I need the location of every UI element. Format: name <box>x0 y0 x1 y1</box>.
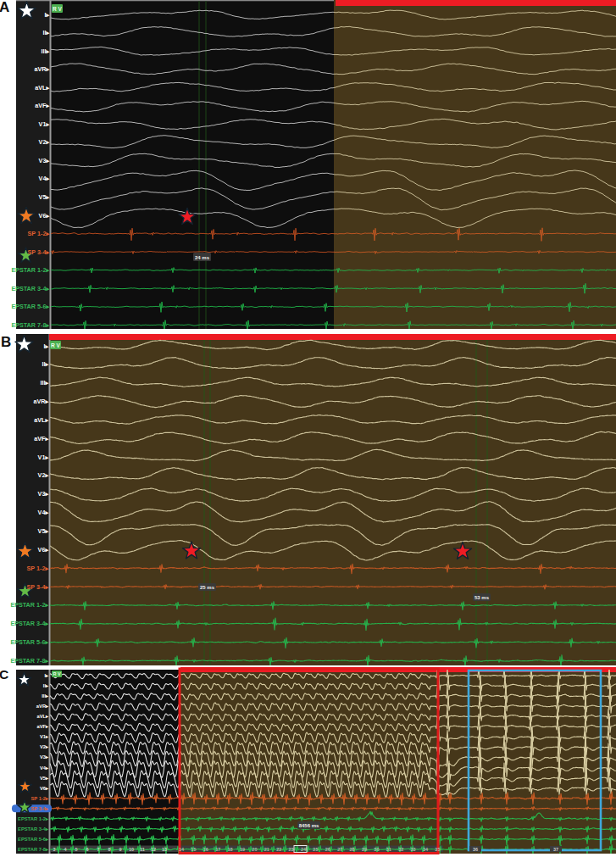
svg-text:V3▸: V3▸ <box>38 490 49 498</box>
svg-text:V3▸: V3▸ <box>40 754 49 760</box>
svg-text:26: 26 <box>325 847 330 852</box>
svg-text:III▸: III▸ <box>41 47 49 55</box>
svg-text:25: 25 <box>313 847 318 852</box>
svg-text:SP 3-4▸: SP 3-4▸ <box>28 248 50 256</box>
svg-text:SP 1-2▸: SP 1-2▸ <box>28 230 50 237</box>
svg-text:V5▸: V5▸ <box>38 527 49 535</box>
svg-text:5: 5 <box>75 847 77 852</box>
svg-text:aVF▸: aVF▸ <box>34 435 48 442</box>
svg-text:aVL▸: aVL▸ <box>34 416 48 424</box>
svg-text:20: 20 <box>252 847 257 852</box>
svg-text:V3▸: V3▸ <box>39 157 50 164</box>
svg-text:A: A <box>0 0 9 15</box>
svg-text:V4▸: V4▸ <box>38 509 49 516</box>
svg-text:18: 18 <box>228 847 233 852</box>
svg-text:aVF▸: aVF▸ <box>36 724 49 729</box>
svg-text:R V: R V <box>53 6 63 12</box>
svg-text:C: C <box>0 667 8 682</box>
svg-text:14: 14 <box>179 847 185 852</box>
svg-text:28: 28 <box>350 847 355 852</box>
svg-text:EPSTAR 1-2▸: EPSTAR 1-2▸ <box>10 601 48 609</box>
svg-text:aVR▸: aVR▸ <box>34 65 49 73</box>
svg-text:EPSTAR 7-8▸: EPSTAR 7-8▸ <box>10 657 48 665</box>
svg-text:10: 10 <box>129 847 134 852</box>
svg-text:21: 21 <box>264 847 269 852</box>
svg-text:53 ms: 53 ms <box>474 595 490 600</box>
svg-text:17: 17 <box>215 847 220 852</box>
svg-text:II▸: II▸ <box>43 683 49 688</box>
svg-text:V4▸: V4▸ <box>39 175 50 182</box>
svg-text:24: 24 <box>301 847 307 852</box>
svg-text:11: 11 <box>140 847 145 852</box>
svg-text:30: 30 <box>374 847 379 852</box>
svg-text:12: 12 <box>151 847 156 852</box>
svg-text:III▸: III▸ <box>40 379 48 387</box>
svg-text:R V: R V <box>51 342 61 348</box>
svg-text:32: 32 <box>398 847 403 852</box>
svg-text:31: 31 <box>386 847 391 852</box>
svg-text:33: 33 <box>411 847 416 852</box>
svg-text:SP 3-4▸: SP 3-4▸ <box>27 583 49 591</box>
svg-text:EPSTAR 3-4▸: EPSTAR 3-4▸ <box>11 285 49 292</box>
svg-text:V5▸: V5▸ <box>40 776 49 781</box>
svg-text:16: 16 <box>203 847 208 852</box>
svg-text:EPSTAR 7-8▸: EPSTAR 7-8▸ <box>11 321 49 329</box>
svg-text:II▸: II▸ <box>42 360 48 368</box>
svg-text:8456 ms: 8456 ms <box>299 823 319 828</box>
svg-text:V1▸: V1▸ <box>38 454 49 461</box>
svg-text:SP 3-4▸: SP 3-4▸ <box>31 806 49 811</box>
svg-text:I▸: I▸ <box>44 11 49 19</box>
svg-text:EPSTAR 3-4▸: EPSTAR 3-4▸ <box>10 620 48 627</box>
svg-text:EPSTAR 5-6▸: EPSTAR 5-6▸ <box>10 638 48 646</box>
svg-text:9: 9 <box>119 847 121 852</box>
svg-text:B: B <box>1 334 11 350</box>
svg-text:III▸: III▸ <box>42 693 49 698</box>
svg-text:29: 29 <box>362 847 367 852</box>
svg-text:EPSTAR 5-6▸: EPSTAR 5-6▸ <box>11 303 49 310</box>
svg-text:V6▸: V6▸ <box>40 786 49 791</box>
svg-text:15: 15 <box>191 847 196 852</box>
svg-text:V6▸: V6▸ <box>39 212 50 220</box>
svg-text:I▸: I▸ <box>43 342 48 350</box>
svg-text:aVF▸: aVF▸ <box>35 102 49 109</box>
svg-text:SP 1-2▸: SP 1-2▸ <box>27 565 49 572</box>
svg-text:EPSTAR 7-8▸: EPSTAR 7-8▸ <box>18 847 49 852</box>
svg-text:EPSTAR 5-6▸: EPSTAR 5-6▸ <box>18 837 49 842</box>
svg-text:36: 36 <box>473 847 478 852</box>
svg-text:19: 19 <box>240 847 245 852</box>
svg-text:V4▸: V4▸ <box>40 765 49 771</box>
svg-text:aVL▸: aVL▸ <box>35 84 49 92</box>
svg-text:3: 3 <box>53 847 55 852</box>
svg-text:24 ms: 24 ms <box>195 255 210 260</box>
svg-text:8: 8 <box>108 847 110 852</box>
svg-text:V5▸: V5▸ <box>39 193 50 201</box>
svg-text:23: 23 <box>289 847 294 852</box>
svg-text:EPSTAR 1-2▸: EPSTAR 1-2▸ <box>18 816 49 821</box>
svg-text:V2▸: V2▸ <box>40 744 49 749</box>
svg-text:V2▸: V2▸ <box>38 471 49 479</box>
svg-text:35: 35 <box>435 847 440 852</box>
svg-text:13: 13 <box>162 847 167 852</box>
svg-text:V1▸: V1▸ <box>39 120 50 128</box>
svg-text:II▸: II▸ <box>42 29 49 36</box>
svg-text:6: 6 <box>86 847 88 852</box>
svg-text:SP 1-2▸: SP 1-2▸ <box>31 796 49 801</box>
svg-text:EPSTAR 3-4▸: EPSTAR 3-4▸ <box>18 826 49 832</box>
svg-text:aVR▸: aVR▸ <box>36 704 49 709</box>
svg-text:34: 34 <box>423 847 429 852</box>
svg-text:V2▸: V2▸ <box>39 138 50 146</box>
svg-text:aVR▸: aVR▸ <box>33 398 48 405</box>
svg-text:27: 27 <box>337 847 342 852</box>
svg-text:V1▸: V1▸ <box>40 734 49 739</box>
svg-text:37: 37 <box>553 847 558 852</box>
svg-text:7: 7 <box>97 847 99 852</box>
svg-text:25 ms: 25 ms <box>200 585 215 590</box>
svg-text:R V: R V <box>53 671 61 676</box>
svg-text:22: 22 <box>276 847 281 852</box>
svg-text:aVL▸: aVL▸ <box>36 714 49 719</box>
svg-text:EPSTAR 1-2▸: EPSTAR 1-2▸ <box>11 266 49 274</box>
svg-text:V6▸: V6▸ <box>38 546 49 554</box>
